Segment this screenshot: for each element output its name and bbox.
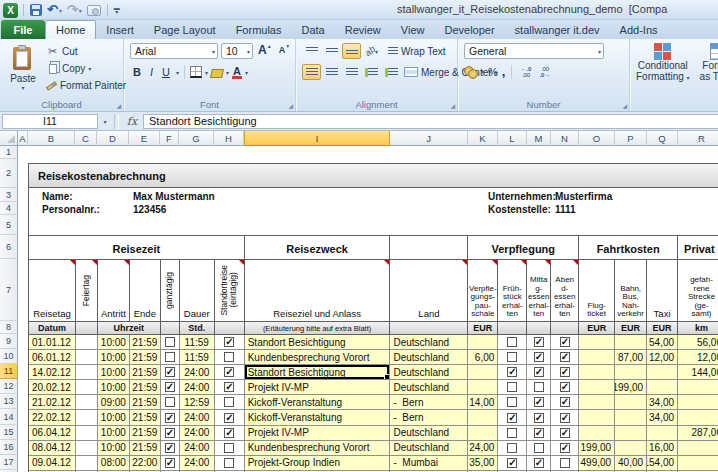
checked-checkbox-icon[interactable]: ✓ bbox=[507, 367, 517, 377]
cell-K17[interactable]: 35,00 bbox=[468, 456, 498, 471]
cell-C12[interactable] bbox=[76, 380, 98, 395]
checked-checkbox-icon[interactable]: ✓ bbox=[165, 413, 175, 423]
unchecked-checkbox-icon[interactable] bbox=[507, 352, 517, 362]
cell-N15[interactable]: ✓ bbox=[551, 426, 579, 441]
cell-F15[interactable]: ✓ bbox=[161, 426, 180, 441]
checked-checkbox-icon[interactable]: ✓ bbox=[560, 428, 570, 438]
paste-button[interactable]: Paste ▾ bbox=[5, 42, 41, 98]
cell-P16[interactable] bbox=[615, 441, 647, 456]
cell-F10[interactable] bbox=[161, 350, 180, 365]
unchecked-checkbox-icon[interactable] bbox=[165, 397, 175, 407]
field-header-pauschale[interactable]: Verpfle- gungs- pau- schale bbox=[468, 260, 498, 322]
cell-D16[interactable]: 10:00 bbox=[98, 441, 130, 456]
italic-button[interactable]: I bbox=[147, 64, 156, 80]
column-header-C[interactable]: C bbox=[75, 131, 97, 146]
cell-N17[interactable] bbox=[551, 456, 579, 471]
cell-H16[interactable] bbox=[215, 441, 245, 456]
increase-indent-button[interactable] bbox=[382, 64, 401, 80]
cell-E11[interactable]: 21:59 bbox=[130, 365, 161, 380]
row-header-6[interactable]: 6 bbox=[0, 235, 18, 259]
fill-color-icon[interactable] bbox=[210, 69, 224, 78]
format-as-table-button[interactable]: Format as Table bbox=[700, 43, 718, 82]
percent-style-button[interactable]: % bbox=[488, 66, 498, 78]
cell-E10[interactable]: 21:59 bbox=[130, 350, 161, 365]
cell-M15[interactable]: ✓ bbox=[527, 426, 551, 441]
row-header-4[interactable]: 4 bbox=[0, 202, 18, 215]
unchecked-checkbox-icon[interactable] bbox=[224, 397, 234, 407]
checked-checkbox-icon[interactable]: ✓ bbox=[507, 458, 517, 468]
cell-J10[interactable]: Deutschland bbox=[390, 350, 468, 365]
personalnr-value[interactable]: 123456 bbox=[133, 204, 166, 215]
alignment-dialog-launcher-icon[interactable]: ◢ bbox=[450, 102, 455, 109]
checked-checkbox-icon[interactable]: ✓ bbox=[534, 428, 544, 438]
checked-checkbox-icon[interactable]: ✓ bbox=[534, 367, 544, 377]
align-middle-button[interactable] bbox=[322, 43, 341, 59]
unchecked-checkbox-icon[interactable] bbox=[165, 337, 175, 347]
column-header-L[interactable]: L bbox=[498, 131, 527, 146]
personalnr-label[interactable]: Personalnr.: bbox=[42, 204, 100, 215]
checked-checkbox-icon[interactable]: ✓ bbox=[560, 367, 570, 377]
cell-L13[interactable] bbox=[498, 395, 527, 410]
row-header-11[interactable]: 11 bbox=[0, 364, 18, 379]
row-header-10[interactable]: 10 bbox=[0, 349, 18, 364]
cell-M13[interactable]: ✓ bbox=[527, 395, 551, 410]
unchecked-checkbox-icon[interactable] bbox=[534, 382, 544, 392]
cell-R10[interactable]: 12,00 bbox=[678, 350, 718, 365]
cell-J14[interactable]: - Bern bbox=[390, 410, 468, 425]
field-header-antritt[interactable]: Antritt bbox=[98, 260, 130, 322]
cell-L15[interactable] bbox=[498, 426, 527, 441]
cell-J12[interactable]: Deutschland bbox=[390, 380, 468, 395]
cell-F12[interactable]: ✓ bbox=[161, 380, 180, 395]
cell-R16[interactable] bbox=[678, 441, 718, 456]
field-header-standortreise[interactable]: Standortreise (eintägig) bbox=[215, 260, 245, 322]
conditional-formatting-button[interactable]: Conditional Formatting ▾ bbox=[636, 43, 690, 84]
cell-J9[interactable]: Deutschland bbox=[390, 335, 468, 350]
row-header-12[interactable]: 12 bbox=[0, 379, 18, 394]
field-header-taxi[interactable]: Taxi bbox=[647, 260, 678, 322]
unternehmen-value[interactable]: Musterfirma bbox=[555, 191, 612, 202]
cell-B16[interactable]: 08.04.12 bbox=[29, 441, 76, 456]
cell-J17[interactable]: - Mumbai bbox=[390, 456, 468, 471]
font-color-dropdown-icon[interactable]: ▾ bbox=[245, 69, 248, 76]
name-box-dropdown-icon[interactable]: ▾ bbox=[98, 114, 112, 129]
checked-checkbox-icon[interactable]: ✓ bbox=[560, 397, 570, 407]
cell-F9[interactable] bbox=[161, 335, 180, 350]
cell-D12[interactable]: 10:00 bbox=[98, 380, 130, 395]
cell-L14[interactable]: ✓ bbox=[498, 410, 527, 425]
checked-checkbox-icon[interactable]: ✓ bbox=[507, 413, 517, 423]
field-header-land[interactable]: Land bbox=[390, 260, 468, 322]
cell-L16[interactable] bbox=[498, 441, 527, 456]
cell-H10[interactable] bbox=[215, 350, 245, 365]
row-header-8[interactable]: 8 bbox=[0, 321, 18, 334]
accounting-format-icon[interactable] bbox=[464, 66, 477, 77]
font-size-select[interactable]: 10▾ bbox=[221, 43, 253, 59]
column-header-D[interactable]: D bbox=[97, 131, 129, 146]
cell-C16[interactable] bbox=[76, 441, 98, 456]
cell-J13[interactable]: - Bern bbox=[390, 395, 468, 410]
align-center-button[interactable] bbox=[322, 64, 341, 80]
ribbon-tab-review[interactable]: Review bbox=[335, 20, 391, 39]
unchecked-checkbox-icon[interactable] bbox=[534, 443, 544, 453]
orientation-button[interactable]: ab▾ bbox=[362, 43, 381, 59]
column-header-O[interactable]: O bbox=[579, 131, 615, 146]
cell-E14[interactable]: 21:59 bbox=[130, 410, 161, 425]
ribbon-tab-add-ins[interactable]: Add-Ins bbox=[610, 20, 668, 39]
cell-R9[interactable]: 56,00 bbox=[678, 335, 718, 350]
cell-Q17[interactable]: 154,00 bbox=[647, 456, 678, 471]
cell-R17[interactable] bbox=[678, 456, 718, 471]
cell-E17[interactable]: 22:00 bbox=[130, 456, 161, 471]
decrease-font-size-button[interactable]: A▼ bbox=[277, 43, 292, 59]
field-header-km[interactable]: gefah- rene Strecke (ge- samt) bbox=[678, 260, 718, 322]
row-header-17[interactable]: 17 bbox=[0, 455, 18, 470]
column-header-A[interactable]: A bbox=[18, 131, 28, 146]
font-dialog-launcher-icon[interactable]: ◢ bbox=[288, 102, 293, 109]
cell-M11[interactable]: ✓ bbox=[527, 365, 551, 380]
cell-K14[interactable] bbox=[468, 410, 498, 425]
name-label[interactable]: Name: bbox=[42, 191, 73, 202]
customize-qat-button[interactable]: ▬▾ bbox=[113, 4, 121, 16]
cell-H12[interactable]: ✓ bbox=[215, 380, 245, 395]
borders-dropdown-icon[interactable]: ▾ bbox=[205, 69, 208, 76]
cell-K11[interactable] bbox=[468, 365, 498, 380]
camera-button[interactable] bbox=[86, 2, 102, 18]
cell-N16[interactable]: ✓ bbox=[551, 441, 579, 456]
